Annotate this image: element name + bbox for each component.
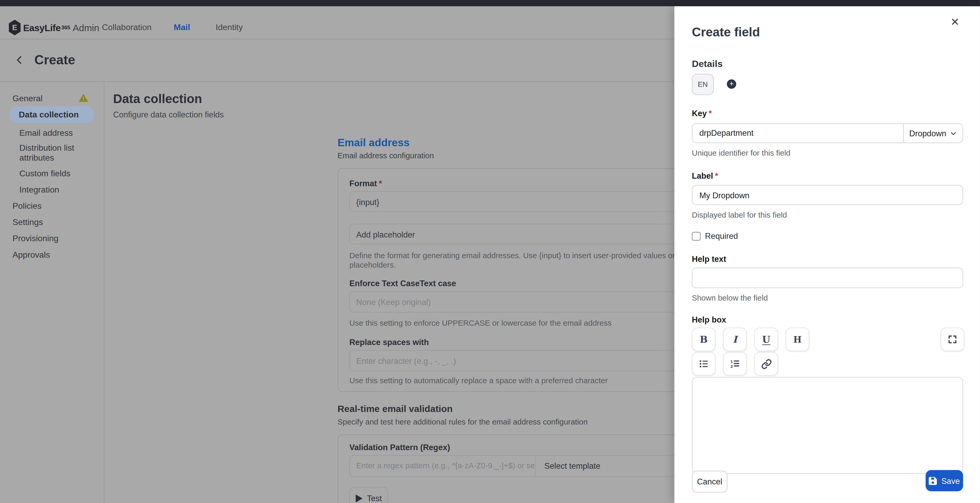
pattern-label: Validation Pattern (Regex) (349, 443, 450, 452)
email-address-section-subtitle: Email address configuration (337, 151, 434, 160)
test-button[interactable]: Test (349, 487, 388, 503)
page-title: Create (34, 53, 75, 67)
underline-icon: U (762, 334, 770, 345)
help-box-label: Help box (692, 315, 726, 324)
save-button[interactable]: Save (926, 470, 963, 491)
replace-spaces-label: Replace spaces with (349, 337, 429, 347)
help-text-label: Help text (692, 255, 726, 264)
underline-button[interactable]: U (754, 328, 778, 351)
validation-section-subtitle: Specify and test here additional rules f… (337, 417, 587, 426)
chevron-down-icon (950, 130, 957, 137)
back-button[interactable] (14, 54, 25, 66)
italic-button[interactable]: I (723, 328, 747, 351)
sidebar-item-provisioning[interactable]: Provisioning (13, 234, 59, 243)
cancel-button[interactable]: Cancel (692, 471, 727, 493)
nav-identity[interactable]: Identity (215, 22, 243, 32)
help-text-input[interactable] (692, 267, 963, 288)
nav-mail[interactable]: Mail (173, 22, 190, 32)
svg-text:1: 1 (730, 359, 733, 364)
format-help-line2: placeholders. (349, 261, 396, 269)
pattern-input[interactable]: Enter a regex pattern (e.g., ^[a-zA-Z0-9… (350, 456, 536, 476)
replace-spaces-help: Use this setting to automatically replac… (349, 376, 608, 385)
required-checkbox[interactable] (692, 232, 700, 240)
app-logo[interactable]: E EasyLife365 Admin (9, 19, 99, 35)
sidebar-item-custom-fields[interactable]: Custom fields (19, 169, 70, 178)
app-window: E EasyLife365 Admin Collaboration Mail I… (0, 0, 980, 503)
label-input[interactable]: My Dropdown (692, 185, 963, 205)
bullet-list-icon (699, 359, 709, 369)
format-label: Format* (349, 179, 382, 188)
ordered-list-button[interactable]: 12 (723, 352, 747, 376)
save-floppy-icon (929, 477, 937, 485)
save-button-label: Save (941, 476, 960, 485)
sidebar-item-general[interactable]: General (13, 94, 43, 103)
fullscreen-button[interactable] (940, 328, 964, 351)
sidebar-item-policies[interactable]: Policies (13, 201, 41, 210)
heading-icon: H (793, 334, 802, 344)
required-asterisk: * (708, 109, 712, 118)
sidebar-divider (104, 82, 104, 503)
key-label: Key* (692, 109, 712, 118)
main-title: Data collection (113, 92, 202, 106)
warning-icon (79, 93, 88, 104)
email-address-section-title: Email address (337, 137, 409, 150)
main-subtitle: Configure data collection fields (113, 110, 224, 119)
heading-button[interactable]: H (786, 328, 810, 351)
required-asterisk: * (715, 171, 718, 181)
brand-admin: Admin (73, 22, 99, 33)
test-button-label: Test (367, 493, 382, 503)
viewport: E EasyLife365 Admin Collaboration Mail I… (0, 0, 980, 503)
svg-text:2: 2 (730, 364, 733, 369)
link-button[interactable] (754, 352, 778, 376)
link-icon (761, 358, 772, 369)
details-heading: Details (692, 58, 723, 69)
text-case-label: Enforce Text CaseText case (349, 279, 456, 288)
bold-icon: B (700, 334, 708, 345)
close-icon[interactable]: ✕ (948, 16, 962, 30)
sidebar-item-settings[interactable]: Settings (13, 218, 43, 227)
sidebar-item-data-collection[interactable]: Data collection (9, 106, 94, 123)
label-label: Label* (692, 171, 718, 181)
chevron-left-icon (14, 54, 25, 66)
field-type-select[interactable]: Dropdown (903, 124, 963, 143)
field-type-value: Dropdown (909, 129, 947, 138)
nav-collaboration[interactable]: Collaboration (102, 22, 152, 32)
format-help-line1: Define the format for generating email a… (349, 252, 709, 260)
create-field-panel: Create field ✕ Details EN + Key* drpDepa… (674, 6, 980, 503)
required-checkbox-label: Required (705, 231, 738, 240)
sidebar-item-integration[interactable]: Integration (19, 185, 59, 194)
italic-icon: I (733, 334, 737, 345)
bold-button[interactable]: B (692, 328, 716, 351)
bullet-list-button[interactable] (692, 352, 716, 376)
easylife-logo-icon: E (9, 20, 21, 35)
expand-icon (948, 334, 958, 344)
sidebar-item-email-address[interactable]: Email address (19, 128, 73, 138)
window-top-strip (0, 0, 980, 6)
brand-name: EasyLife (23, 22, 60, 33)
sidebar-item-label: Data collection (19, 110, 79, 119)
play-icon (356, 494, 363, 502)
select-template-button[interactable]: Select template (536, 456, 600, 476)
help-box-textarea[interactable] (692, 377, 963, 474)
key-field-group: drpDepartment Dropdown (692, 123, 963, 143)
add-language-button[interactable]: + (727, 79, 736, 89)
key-input[interactable]: drpDepartment (692, 124, 903, 143)
label-help-text: Displayed label for this field (692, 210, 787, 219)
panel-title: Create field (692, 25, 760, 40)
validation-section-title: Real-time email validation (337, 403, 452, 414)
key-help-text: Unique identifier for this field (692, 149, 791, 158)
sidebar-item-distribution-list-attributes[interactable]: Distribution list attributes (19, 143, 93, 163)
ordered-list-icon: 12 (730, 359, 740, 369)
text-case-help: Use this setting to enforce UPPERCASE or… (349, 319, 612, 328)
required-asterisk: * (379, 179, 382, 188)
sidebar-item-approvals[interactable]: Approvals (13, 250, 50, 259)
help-text-help: Shown below the field (692, 294, 768, 302)
language-chip-en[interactable]: EN (692, 74, 714, 95)
brand-365: 365 (61, 24, 70, 30)
